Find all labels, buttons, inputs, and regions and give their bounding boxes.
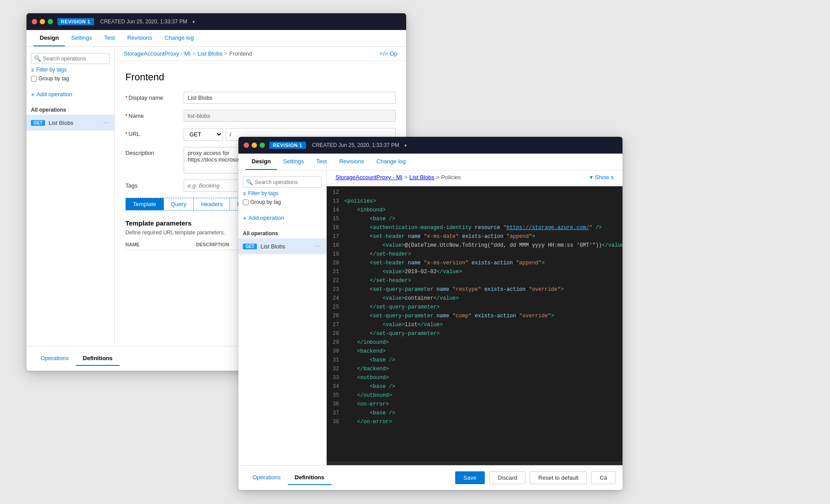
front-maximize-dot[interactable] xyxy=(260,143,265,148)
code-line-13: 13 <policies> xyxy=(327,197,622,206)
front-created-text: CREATED Jun 25, 2020, 1:33:37 PM xyxy=(312,142,399,148)
front-breadcrumb-listblobs[interactable]: List Blobs xyxy=(409,174,434,181)
minimize-dot[interactable] xyxy=(40,19,45,24)
breadcrumb-listblobs[interactable]: List Blobs xyxy=(197,50,222,57)
code-line-12: 12 xyxy=(327,188,622,197)
front-operation-item-listblobs[interactable]: GET List Blobs ··· xyxy=(238,238,326,254)
front-nav-tabs: Design Settings Test Revisions Change lo… xyxy=(238,154,622,170)
description-label: Description xyxy=(125,147,178,156)
op-name-back: List Blobs xyxy=(49,120,99,126)
url-label: *URL xyxy=(125,128,178,137)
code-editor-panel: 12 13 <policies> 14 <inbound> 15 <base /… xyxy=(327,186,622,465)
front-reset-button[interactable]: Reset to default xyxy=(530,471,587,484)
front-sidebar: 🔍 ⧖ Filter by tags Group by tag + Add op… xyxy=(238,170,327,465)
code-line-30: 30 <backend> xyxy=(327,347,622,356)
tab-test-back[interactable]: Test xyxy=(98,30,121,46)
bottom-tab-operations-back[interactable]: Operations xyxy=(34,351,76,366)
front-save-button[interactable]: Save xyxy=(455,471,485,484)
code-line-28: 28 </set-query-parameter> xyxy=(327,329,622,338)
operation-item-back-listblobs[interactable]: GET List Blobs ··· xyxy=(26,115,114,131)
name-input[interactable] xyxy=(184,110,396,122)
code-line-20: 20 <set-header name="x-ms-version" exist… xyxy=(327,259,622,267)
group-checkbox-back[interactable] xyxy=(31,76,37,82)
group-label-back: Group by tag xyxy=(38,75,69,82)
editor-container[interactable]: 12 13 <policies> 14 <inbound> 15 <base /… xyxy=(327,186,622,462)
code-line-32: 32 </backend> xyxy=(327,365,622,373)
front-search-input[interactable] xyxy=(255,179,319,185)
front-filter-row[interactable]: ⧖ Filter by tags xyxy=(243,190,322,196)
front-discard-button[interactable]: Discard xyxy=(489,471,525,484)
front-add-operation[interactable]: + Add operation xyxy=(238,211,326,224)
tab-design-back[interactable]: Design xyxy=(34,30,65,46)
front-bottom-tab-definitions[interactable]: Definitions xyxy=(288,470,332,485)
revision-chevron-icon[interactable]: ▾ xyxy=(192,19,195,24)
code-line-33: 33 <outbound> xyxy=(327,373,622,382)
code-line-15: 15 <base /> xyxy=(327,214,622,223)
code-line-26: 26 <set-query-parameter name="comp" exis… xyxy=(327,312,622,320)
display-name-label: *Display name xyxy=(125,92,178,101)
tab-changelog-back[interactable]: Change log xyxy=(158,30,200,46)
front-filter-icon: ⧖ xyxy=(243,191,246,196)
code-line-29: 29 </inbound> xyxy=(327,338,622,347)
editor-scrollbar-horizontal[interactable] xyxy=(327,462,622,465)
front-operation-more-icon[interactable]: ··· xyxy=(314,241,322,251)
subtab-template[interactable]: Template xyxy=(126,198,164,210)
filter-row-back[interactable]: ⧖ Filter by tags xyxy=(31,67,110,73)
code-line-37: 37 <base /> xyxy=(327,409,622,417)
front-add-operation-label: Add operation xyxy=(249,214,284,221)
add-operation-label-back: Add operation xyxy=(37,91,72,98)
subtab-headers[interactable]: Headers xyxy=(194,198,230,210)
revision-badge: REVISION 1 xyxy=(57,18,94,25)
front-close-dot[interactable] xyxy=(244,143,249,148)
group-row-back: Group by tag xyxy=(31,75,110,82)
front-bottom-tab-operations[interactable]: Operations xyxy=(245,470,288,485)
front-cancel-button[interactable]: Ca xyxy=(591,471,615,484)
breadcrumb-sep1: > xyxy=(192,50,196,57)
front-tab-changelog[interactable]: Change log xyxy=(370,154,412,170)
front-revision-chevron-icon[interactable]: ▾ xyxy=(404,143,407,148)
front-tab-design[interactable]: Design xyxy=(245,154,277,170)
filter-label-back: Filter by tags xyxy=(36,67,67,73)
front-action-bar: Operations Definitions Save Discard Rese… xyxy=(238,465,622,490)
code-line-36: 36 <on-error> xyxy=(327,400,622,409)
front-minimize-dot[interactable] xyxy=(252,143,257,148)
operation-more-icon[interactable]: ··· xyxy=(102,118,110,128)
code-icon: </> xyxy=(380,50,388,57)
search-box-back[interactable]: 🔍 xyxy=(31,53,110,64)
front-breadcrumb-proxy[interactable]: StorageAccountProxy - MI xyxy=(336,174,403,181)
subtab-query[interactable]: Query xyxy=(164,198,194,210)
show-snippets-btn[interactable]: ▾ Show s xyxy=(590,174,614,181)
close-dot[interactable] xyxy=(32,19,37,24)
tab-revisions-back[interactable]: Revisions xyxy=(121,30,158,46)
col-name: NAME xyxy=(125,242,187,247)
add-operation-back[interactable]: + Add operation xyxy=(26,88,114,101)
all-operations-title-back: All operations xyxy=(26,103,114,115)
front-card: REVISION 1 CREATED Jun 25, 2020, 1:33:37… xyxy=(238,137,622,490)
code-line-25: 25 </set-query-parameter> xyxy=(327,303,622,312)
search-section: 🔍 ⧖ Filter by tags Group by tag xyxy=(26,51,114,88)
search-input-back[interactable] xyxy=(43,56,107,62)
front-search-icon: 🔍 xyxy=(246,179,253,185)
code-btn[interactable]: </> Op xyxy=(380,50,397,57)
bottom-tab-definitions-back[interactable]: Definitions xyxy=(76,351,120,366)
front-tab-revisions[interactable]: Revisions xyxy=(333,154,370,170)
code-line-35: 35 </outbound> xyxy=(327,391,622,400)
maximize-dot[interactable] xyxy=(48,19,53,24)
front-tab-test[interactable]: Test xyxy=(310,154,333,170)
back-title-bar: REVISION 1 CREATED Jun 25, 2020, 1:33:37… xyxy=(26,13,406,30)
front-title-bar: REVISION 1 CREATED Jun 25, 2020, 1:33:37… xyxy=(238,137,622,154)
show-btn-label: Show s xyxy=(595,174,614,181)
code-line-38: 38 </on-error> xyxy=(327,417,622,426)
display-name-input[interactable] xyxy=(184,92,396,104)
front-search-box[interactable]: 🔍 xyxy=(243,177,322,188)
breadcrumb-proxy[interactable]: StorageAccountProxy - MI xyxy=(124,50,191,57)
name-label: *Name xyxy=(125,110,178,119)
search-icon: 🔍 xyxy=(34,55,41,62)
code-line-31: 31 <base /> xyxy=(327,356,622,365)
code-line-17: 17 <set-header name="x-ms-date" exists-a… xyxy=(327,232,622,241)
front-tab-settings[interactable]: Settings xyxy=(277,154,310,170)
tab-settings-back[interactable]: Settings xyxy=(65,30,98,46)
code-line-19: 19 </set-header> xyxy=(327,250,622,259)
front-group-checkbox[interactable] xyxy=(243,199,249,205)
url-method-select[interactable]: GET POST PUT DELETE xyxy=(184,128,223,141)
